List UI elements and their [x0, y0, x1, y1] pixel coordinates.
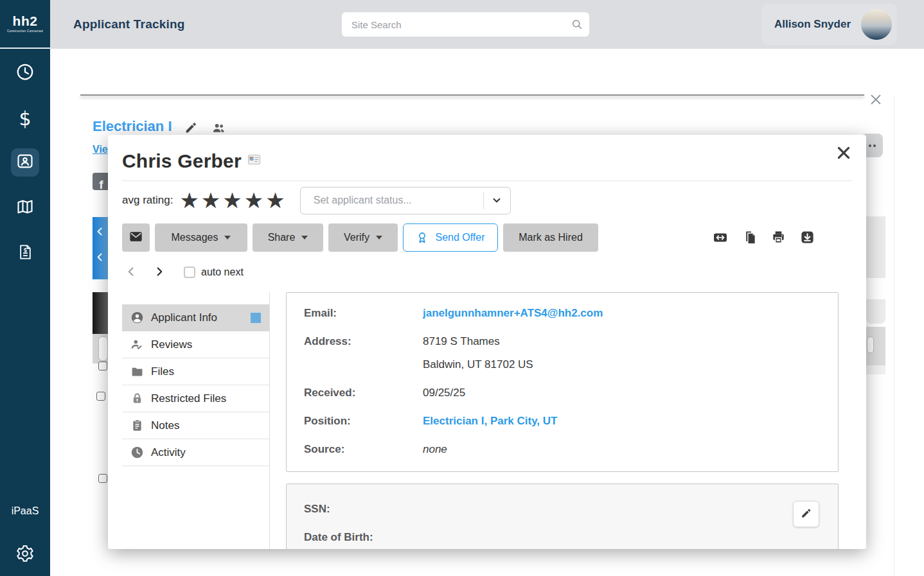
send-offer-button[interactable]: Send Offer: [403, 223, 498, 252]
site-search[interactable]: [342, 12, 589, 37]
print-button[interactable]: [770, 230, 786, 245]
tab-restricted-files[interactable]: Restricted Files: [122, 385, 269, 412]
view-link[interactable]: Vie: [93, 144, 108, 155]
occluded-dark-panel: [93, 292, 109, 334]
tab-notes[interactable]: Notes: [122, 412, 269, 439]
facebook-icon[interactable]: f: [93, 173, 110, 190]
messages-button[interactable]: Messages: [155, 223, 247, 252]
sidebar: hh2 Construction Connected $ i: [0, 0, 50, 576]
email-link[interactable]: janelgunnhamner+ATS4@hh2.com: [423, 303, 603, 323]
avatar[interactable]: [861, 9, 892, 40]
sidebar-item-applicants[interactable]: [0, 148, 50, 177]
ribbon-award-icon: [416, 231, 429, 244]
occluded-button-fragment: [867, 336, 874, 353]
previous-applicant-button[interactable]: [122, 263, 140, 281]
edit-job-pencil-icon[interactable]: [184, 121, 198, 134]
mark-as-hired-button[interactable]: Mark as Hired: [503, 223, 598, 252]
sidebar-item-payroll[interactable]: $: [0, 104, 50, 132]
field-row-address: Address: 8719 S Thames Baldwin, UT 81702…: [287, 331, 838, 374]
messages-label: Messages: [172, 232, 218, 243]
occluded-panel-fragment: [866, 216, 885, 278]
actions-toolbar: Messages Share Verify Send Offer Mark as…: [122, 223, 852, 252]
share-label: Share: [268, 232, 296, 243]
user-menu[interactable]: Allison Snyder: [761, 4, 897, 45]
tab-label: Notes: [151, 419, 179, 433]
printer-icon: [771, 237, 786, 247]
verify-label: Verify: [344, 232, 369, 243]
pencil-icon: [801, 507, 812, 521]
next-applicant-button[interactable]: [150, 263, 168, 281]
modal-close-icon[interactable]: [835, 144, 855, 164]
copy-icon: [742, 237, 757, 247]
status-placeholder: Set applicant status...: [301, 195, 483, 206]
row-checkbox[interactable]: [98, 362, 107, 371]
logo-tagline: Construction Connected: [7, 30, 43, 33]
auto-next-label: auto next: [201, 266, 244, 278]
tab-activity[interactable]: Activity: [122, 439, 269, 466]
occluded-panel-fragment: [866, 365, 885, 374]
field-row-source: Source: none: [287, 439, 838, 459]
search-icon[interactable]: [565, 18, 589, 31]
sidebar-item-map[interactable]: [0, 194, 50, 222]
sidebar-item-ipaas[interactable]: iPaaS: [0, 505, 50, 517]
search-input[interactable]: [342, 19, 565, 30]
applicant-info-panel: Email: janelgunnhamner+ATS4@hh2.com Addr…: [286, 292, 839, 549]
row-checkbox[interactable]: [96, 392, 105, 401]
address-line2: Baldwin, UT 81702 US: [423, 354, 533, 374]
download-button[interactable]: [799, 230, 815, 245]
address-line1: 8719 S Thames: [423, 331, 533, 351]
map-icon: [16, 198, 34, 218]
tab-label: Restricted Files: [151, 392, 226, 406]
dollar-icon: $: [19, 107, 31, 130]
hh2-logo[interactable]: hh2 Construction Connected: [0, 0, 50, 49]
applicant-pager: auto next: [122, 262, 244, 283]
rating-row: avg rating: ★★★★★ Set applicant status..…: [122, 184, 511, 216]
email-button[interactable]: [122, 223, 150, 252]
header-divider: [122, 180, 852, 181]
tab-reviews[interactable]: Reviews: [122, 331, 269, 358]
received-label: Received:: [304, 383, 423, 403]
chevron-left-icon: [94, 252, 105, 263]
invoice-document-icon: [17, 243, 34, 263]
contact-badge-icon: [16, 152, 34, 173]
sidebar-item-settings[interactable]: [0, 541, 50, 569]
job-title-link[interactable]: Electrician I: [93, 118, 172, 135]
position-link[interactable]: Electrician I, Park City, UT: [423, 411, 557, 431]
applicant-name: Chris Gerber: [122, 150, 242, 172]
copy-button[interactable]: [742, 230, 757, 245]
auto-next-checkbox[interactable]: [184, 266, 195, 278]
email-label: Email:: [304, 303, 423, 323]
secondary-actions: [713, 230, 852, 245]
verify-button[interactable]: Verify: [328, 223, 398, 252]
person-circle-icon: [130, 311, 144, 324]
row-checkbox[interactable]: [98, 474, 107, 483]
tab-files[interactable]: Files: [122, 358, 269, 385]
chevron-right-icon: [152, 271, 166, 281]
star-rating[interactable]: ★★★★★: [179, 189, 287, 211]
contact-card-icon[interactable]: [248, 155, 260, 167]
app-root: hh2 Construction Connected $ i: [0, 0, 924, 576]
address-value: 8719 S Thames Baldwin, UT 81702 US: [423, 331, 533, 374]
share-button[interactable]: Share: [253, 223, 323, 252]
edit-sensitive-info-button[interactable]: [793, 501, 819, 527]
folder-icon: [130, 365, 144, 378]
tab-applicant-info[interactable]: Applicant Info: [122, 304, 269, 331]
page-close-icon[interactable]: [869, 92, 883, 107]
applicants-people-icon[interactable]: [211, 121, 226, 135]
applicant-status-select[interactable]: Set applicant status...: [300, 187, 511, 214]
field-row-position: Position: Electrician I, Park City, UT: [287, 411, 838, 431]
transfer-button[interactable]: [713, 230, 728, 245]
sidebar-item-invoices[interactable]: [0, 239, 50, 267]
tab-label: Activity: [151, 446, 186, 460]
transfer-arrows-icon: [713, 238, 728, 247]
tab-label: Applicant Info: [151, 311, 217, 325]
clipboard-icon: [130, 419, 144, 432]
occluded-panel-fragment: [866, 299, 885, 324]
clock-icon: [15, 62, 35, 84]
tab-label: Files: [151, 365, 174, 379]
page-section-divider: [80, 94, 864, 96]
sensitive-info-card: SSN: Date of Birth:: [286, 484, 839, 549]
occluded-blue-panel: [93, 217, 109, 279]
sidebar-item-time[interactable]: [0, 59, 50, 87]
mark-as-hired-label: Mark as Hired: [519, 232, 583, 243]
